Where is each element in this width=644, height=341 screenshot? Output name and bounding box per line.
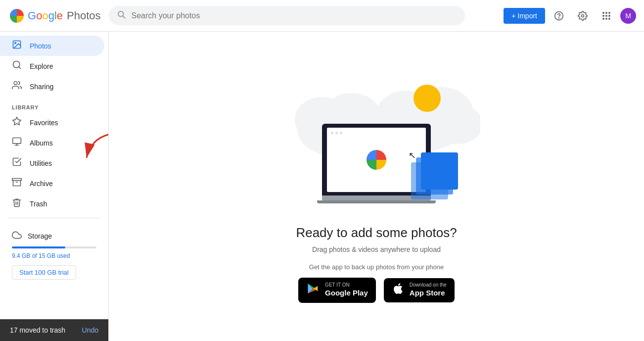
archive-label: Archive [30,180,53,188]
svg-point-4 [582,14,584,17]
albums-label: Albums [30,139,53,147]
svg-line-8 [19,67,21,69]
screen-dots [331,132,342,134]
import-button[interactable]: + Import [504,8,545,24]
sun-illustration [414,85,441,112]
app-store-small-text: Download on the [410,283,447,288]
search-icon [117,10,126,21]
header-actions: + Import M [504,6,636,26]
main-subtext: Drag photos & videos anywhere to upload [312,245,441,253]
app-store-button[interactable]: Download on the App Store [384,278,455,302]
trash-icon [12,197,22,210]
explore-icon [12,60,22,72]
app-buttons: GET IT ON Google Play Download on the Ap… [298,278,455,303]
main-heading: Ready to add some photos? [296,225,457,241]
svg-point-6 [15,43,16,44]
storage-title[interactable]: Storage [12,230,96,242]
svg-point-9 [14,82,17,85]
sharing-icon [12,80,22,93]
storage-bar [12,246,96,248]
help-button[interactable] [549,6,569,26]
svg-rect-14 [12,179,21,181]
archive-icon [12,177,22,190]
storage-used-text: 9.4 GB of 15 GB used [12,252,96,259]
main-content: ↖ Ready to add some photos? Drag photos … [109,32,644,341]
search-input[interactable] [132,11,457,20]
svg-marker-10 [13,117,21,125]
explore-label: Explore [30,62,53,70]
sidebar-item-explore[interactable]: Explore [0,56,104,76]
sidebar-item-trash[interactable]: Trash [0,194,104,214]
avatar[interactable]: M [620,8,636,24]
main-layout: Photos Explore Sharing LIBRARY [0,32,644,341]
google-photos-logo-icon [8,7,26,25]
favorites-icon [12,116,22,129]
photos-label: Photos [30,42,51,50]
apple-icon [392,282,405,298]
google-play-button[interactable]: GET IT ON Google Play [298,278,376,303]
trial-button[interactable]: Start 100 GB trial [12,265,76,280]
favorites-label: Favorites [30,119,58,127]
svg-rect-11 [13,138,21,144]
library-section-label: LIBRARY [0,97,108,112]
google-play-small-text: GET IT ON [325,283,368,288]
sidebar-item-sharing[interactable]: Sharing [0,76,104,97]
logo-text: Google [28,9,63,22]
cloud-icon [12,230,22,242]
trash-label: Trash [30,200,47,208]
google-play-large-text: Google Play [325,288,368,298]
toast-message: 17 moved to trash [10,326,65,334]
storage-section: Storage 9.4 GB of 15 GB used Start 100 G… [0,222,108,288]
search-bar[interactable] [109,6,465,25]
photos-icon [12,40,22,52]
sidebar-item-photos[interactable]: Photos [0,36,104,56]
header: Google Photos + Import [0,0,644,32]
sidebar-item-utilities[interactable]: Utilities [0,153,104,173]
sidebar: Photos Explore Sharing LIBRARY [0,32,109,341]
app-store-large-text: App Store [410,288,447,298]
illustration: ↖ [273,70,480,213]
utilities-label: Utilities [30,159,52,167]
toast-notification: 17 moved to trash Undo [0,319,108,341]
product-name: Photos [67,9,101,22]
sidebar-item-favorites[interactable]: Favorites [0,112,104,133]
google-play-icon [306,282,320,299]
laptop-foot [317,200,436,203]
sidebar-item-albums[interactable]: Albums [0,133,104,153]
storage-label: Storage [28,232,52,240]
undo-button[interactable]: Undo [82,326,98,334]
sidebar-divider [8,218,100,218]
utilities-icon [12,157,22,169]
pinwheel-screen-icon [365,148,388,172]
albums-icon [12,137,22,149]
google-play-text: GET IT ON Google Play [325,283,368,298]
svg-line-1 [123,16,125,18]
storage-bar-fill [12,246,65,248]
blue-squares-illustration [409,150,458,199]
logo-area: Google Photos [8,7,101,25]
apps-button[interactable] [597,6,616,26]
settings-button[interactable] [573,6,593,26]
app-store-text: Download on the App Store [410,283,447,298]
sidebar-item-archive[interactable]: Archive [0,173,104,194]
sharing-label: Sharing [30,83,53,91]
apps-grid-icon [602,12,610,20]
app-get-text: Get the app to back up photos from your … [309,263,444,271]
